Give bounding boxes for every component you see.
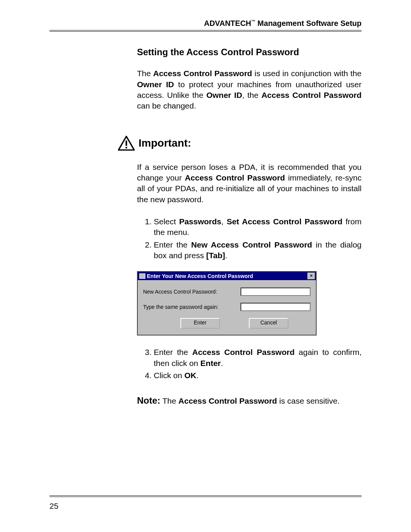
page-number: 25	[49, 502, 58, 511]
menu-passwords: Passwords	[179, 217, 221, 226]
dialog-button-row: Enter Cancel	[143, 318, 311, 329]
label-new-password: New Access Control Password:	[143, 288, 217, 296]
step-4: Click on OK.	[154, 370, 362, 381]
header-subtitle: Management Software Setup	[255, 19, 362, 27]
section-title: Setting the Access Control Password	[137, 46, 362, 58]
text: Select	[154, 217, 179, 226]
app-icon	[139, 273, 145, 279]
text: ,	[221, 217, 227, 226]
warning-triangle-icon	[118, 136, 135, 151]
key-tab: [Tab]	[206, 251, 225, 260]
text: The	[137, 69, 153, 78]
text: .	[196, 371, 199, 380]
term-owner-id: Owner ID	[206, 91, 242, 99]
important-paragraph: If a service person loses a PDA, it is r…	[137, 162, 362, 205]
field-row-new-password: New Access Control Password:	[143, 288, 311, 296]
button-ref-enter: Enter	[201, 359, 221, 367]
steps-list-1: Select Passwords, Set Access Control Pas…	[137, 216, 362, 261]
header-rule	[49, 30, 362, 32]
footer-rule	[49, 495, 362, 497]
label-confirm-password: Type the same password again:	[143, 304, 218, 311]
input-confirm-password[interactable]	[241, 303, 311, 311]
dialog-body: New Access Control Password: Type the sa…	[138, 280, 316, 335]
svg-rect-1	[126, 141, 127, 146]
text: is used in conjunction with the	[252, 69, 362, 78]
dialog-title: Enter Your New Access Control Password	[147, 273, 253, 280]
important-label: Important:	[139, 136, 191, 150]
text: .	[221, 359, 223, 367]
term-access-control-password: Access Control Password	[178, 396, 277, 405]
cancel-button[interactable]: Cancel	[249, 318, 288, 329]
dialog-titlebar: Enter Your New Access Control Password ×	[138, 272, 316, 281]
field-row-confirm-password: Type the same password again:	[143, 303, 311, 311]
text: The	[160, 396, 178, 405]
document-page: ADVANTECH™ Management Software Setup Set…	[0, 0, 411, 532]
input-new-password[interactable]	[241, 288, 311, 296]
svg-rect-2	[126, 147, 127, 148]
note-label: Note:	[137, 395, 160, 406]
password-dialog: Enter Your New Access Control Password ×…	[137, 271, 317, 336]
intro-paragraph: The Access Control Password is used in c…	[137, 68, 362, 111]
text: can be changed.	[137, 101, 196, 110]
running-header: ADVANTECH™ Management Software Setup	[49, 19, 362, 28]
close-button[interactable]: ×	[307, 273, 315, 280]
text: .	[225, 251, 228, 260]
text: , the	[242, 91, 261, 99]
content-area: Setting the Access Control Password The …	[137, 46, 362, 407]
step-2: Enter the New Access Control Password in…	[154, 240, 362, 261]
step-1: Select Passwords, Set Access Control Pas…	[154, 216, 362, 238]
note-paragraph: Note: The Access Control Password is cas…	[137, 395, 362, 407]
text: Enter the	[154, 240, 191, 249]
step-3: Enter the Access Control Password again …	[154, 347, 362, 369]
field-new-access-control-password: New Access Control Password	[191, 240, 312, 249]
steps-list-2: Enter the Access Control Password again …	[137, 347, 362, 381]
term-access-control-password: Access Control Password	[261, 91, 362, 99]
button-ref-ok: OK	[185, 371, 197, 380]
term-access-control-password: Access Control Password	[192, 348, 295, 356]
term-owner-id: Owner ID	[137, 80, 174, 89]
text: is case sensitive.	[277, 396, 340, 405]
text: Enter the	[154, 348, 192, 356]
enter-button[interactable]: Enter	[180, 318, 220, 329]
trademark-symbol: ™	[251, 19, 255, 24]
dialog-title-left: Enter Your New Access Control Password	[139, 273, 253, 280]
important-heading: Important:	[118, 134, 362, 152]
menu-set-access-control-password: Set Access Control Password	[227, 217, 342, 226]
header-brand: ADVANTECH	[204, 19, 251, 27]
term-access-control-password: Access Control Password	[185, 173, 285, 182]
term-access-control-password: Access Control Password	[153, 69, 252, 78]
text: Click on	[154, 371, 185, 380]
